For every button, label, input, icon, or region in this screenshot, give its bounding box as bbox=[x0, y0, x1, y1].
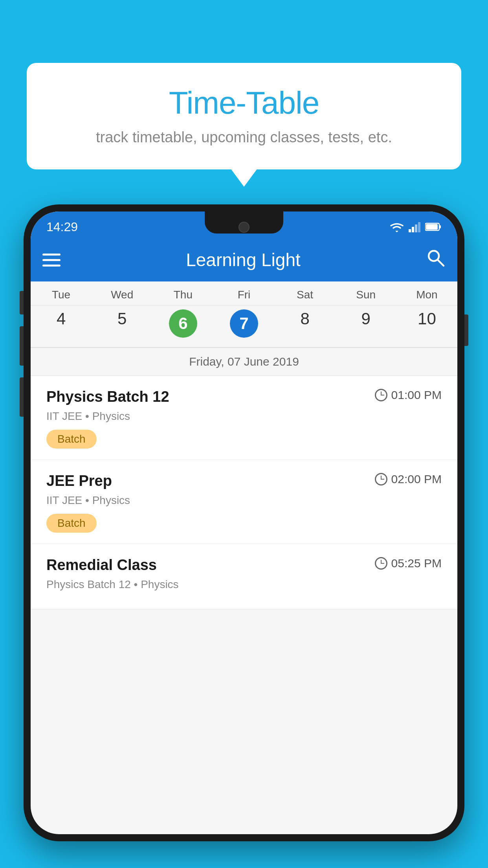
weekday-sat[interactable]: Sat bbox=[275, 281, 336, 305]
batch-badge-2: Batch bbox=[46, 514, 97, 533]
calendar-weekdays: Tue Wed Thu Fri Sat Sun Mon bbox=[31, 281, 457, 305]
date-10[interactable]: 10 bbox=[396, 305, 457, 342]
tooltip-subtitle: track timetable, upcoming classes, tests… bbox=[50, 129, 438, 146]
svg-rect-4 bbox=[418, 222, 420, 232]
class-item-header-3: Remedial Class 05:25 PM bbox=[46, 557, 442, 574]
class-time-jee-prep: 02:00 PM bbox=[375, 473, 442, 486]
weekday-thu[interactable]: Thu bbox=[152, 281, 213, 305]
status-time: 14:29 bbox=[46, 220, 78, 234]
class-item-physics-batch-12[interactable]: Physics Batch 12 01:00 PM IIT JEE • Phys… bbox=[31, 376, 457, 460]
class-time-text-2: 02:00 PM bbox=[391, 473, 442, 486]
class-meta-jee-prep: IIT JEE • Physics bbox=[46, 494, 442, 507]
phone-mockup: 14:29 bbox=[24, 204, 464, 868]
menu-button[interactable] bbox=[42, 254, 61, 267]
clock-icon-2 bbox=[375, 473, 387, 485]
class-item-remedial[interactable]: Remedial Class 05:25 PM Physics Batch 12… bbox=[31, 544, 457, 609]
battery-icon bbox=[425, 222, 442, 232]
phone-camera bbox=[238, 222, 250, 233]
phone-button-right bbox=[464, 314, 468, 346]
class-meta-remedial: Physics Batch 12 • Physics bbox=[46, 578, 442, 591]
today-circle: 6 bbox=[169, 309, 197, 338]
class-list: Physics Batch 12 01:00 PM IIT JEE • Phys… bbox=[31, 376, 457, 609]
class-item-header-2: JEE Prep 02:00 PM bbox=[46, 473, 442, 489]
class-item-jee-prep[interactable]: JEE Prep 02:00 PM IIT JEE • Physics Batc… bbox=[31, 460, 457, 544]
svg-rect-6 bbox=[439, 225, 441, 228]
class-meta-physics-batch-12: IIT JEE • Physics bbox=[46, 410, 442, 423]
svg-rect-2 bbox=[412, 227, 414, 232]
class-name-physics-batch-12: Physics Batch 12 bbox=[46, 388, 169, 405]
weekday-tue[interactable]: Tue bbox=[31, 281, 92, 305]
clock-icon-3 bbox=[375, 557, 387, 570]
weekday-mon[interactable]: Mon bbox=[396, 281, 457, 305]
clock-icon-1 bbox=[375, 389, 387, 401]
phone-button-left-1 bbox=[20, 291, 24, 314]
tooltip-title: Time-Table bbox=[50, 85, 438, 121]
weekday-fri[interactable]: Fri bbox=[213, 281, 274, 305]
date-9[interactable]: 9 bbox=[336, 305, 396, 342]
date-6-today[interactable]: 6 bbox=[152, 305, 213, 342]
date-7-selected[interactable]: 7 bbox=[213, 305, 274, 342]
class-time-text-1: 01:00 PM bbox=[391, 388, 442, 402]
weekday-wed[interactable]: Wed bbox=[92, 281, 152, 305]
phone-button-left-3 bbox=[20, 377, 24, 417]
class-item-header: Physics Batch 12 01:00 PM bbox=[46, 388, 442, 405]
batch-badge-1: Batch bbox=[46, 430, 97, 449]
search-button[interactable] bbox=[426, 248, 446, 272]
svg-rect-1 bbox=[409, 229, 411, 232]
svg-line-9 bbox=[438, 260, 444, 266]
tooltip-card: Time-Table track timetable, upcoming cla… bbox=[27, 63, 461, 169]
date-5[interactable]: 5 bbox=[92, 305, 152, 342]
class-name-remedial: Remedial Class bbox=[46, 557, 157, 574]
phone-outer: 14:29 bbox=[24, 204, 464, 841]
selected-date-label: Friday, 07 June 2019 bbox=[31, 348, 457, 376]
signal-icon bbox=[409, 221, 420, 232]
class-name-jee-prep: JEE Prep bbox=[46, 473, 112, 489]
class-time-remedial: 05:25 PM bbox=[375, 557, 442, 570]
svg-rect-7 bbox=[426, 224, 438, 230]
selected-circle: 7 bbox=[230, 309, 258, 338]
status-icons bbox=[390, 221, 442, 232]
wifi-icon bbox=[390, 221, 404, 232]
svg-marker-0 bbox=[395, 231, 398, 232]
date-4[interactable]: 4 bbox=[31, 305, 92, 342]
phone-button-left-2 bbox=[20, 326, 24, 366]
class-time-physics-batch-12: 01:00 PM bbox=[375, 388, 442, 402]
app-title: Learning Light bbox=[72, 249, 414, 270]
svg-rect-3 bbox=[415, 224, 417, 232]
date-8[interactable]: 8 bbox=[275, 305, 336, 342]
phone-screen: 14:29 bbox=[31, 211, 457, 834]
weekday-sun[interactable]: Sun bbox=[336, 281, 396, 305]
class-time-text-3: 05:25 PM bbox=[391, 557, 442, 570]
app-bar: Learning Light bbox=[31, 238, 457, 281]
calendar-dates: 4 5 6 7 8 9 10 bbox=[31, 305, 457, 348]
phone-notch bbox=[205, 211, 283, 234]
